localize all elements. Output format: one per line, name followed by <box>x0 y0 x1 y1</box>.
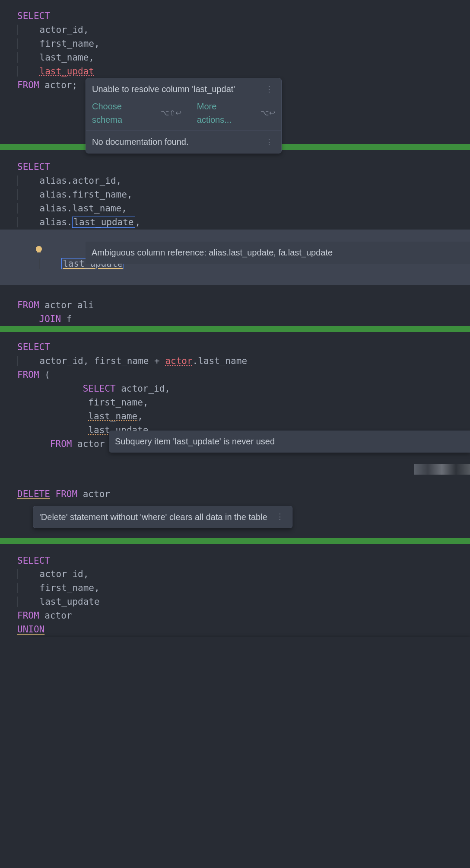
error-tooltip: Unable to resolve column 'last_updat' ⋮ … <box>86 78 282 153</box>
separator <box>0 538 470 544</box>
code-text: actor_id, <box>116 383 170 394</box>
code-text: alias.first_name, <box>18 189 133 200</box>
keyword: FROM <box>17 80 39 90</box>
warning-tooltip: 'Delete' statement without 'where' clear… <box>33 506 292 528</box>
more-icon[interactable]: ⋮ <box>263 136 275 148</box>
lightbulb-icon[interactable] <box>1 231 11 242</box>
code-block-3: SELECT actor_id, first_name + actor.last… <box>0 332 470 464</box>
code-editor[interactable]: SELECT actor_id, first_name, last_name, … <box>0 0 470 637</box>
cursor-icon: _ <box>110 489 116 499</box>
error-token[interactable]: actor <box>165 356 192 366</box>
keyword: SELECT <box>17 162 50 172</box>
code-text: alias.last_name, <box>18 203 127 214</box>
keyword: SELECT <box>17 342 50 352</box>
warning-keyword[interactable]: DELETE <box>17 489 50 499</box>
action-more[interactable]: More actions... <box>197 100 246 126</box>
more-icon[interactable]: ⋮ <box>263 83 275 95</box>
code-text: actor <box>39 610 72 621</box>
keyword: FROM <box>17 300 39 310</box>
warning-keyword[interactable]: UNION <box>17 624 44 635</box>
code-text: first_name, <box>17 397 148 408</box>
code-text: last_update <box>18 597 100 607</box>
code-text: ( <box>39 370 50 380</box>
shortcut: ⌥↩ <box>260 108 275 119</box>
keyword: FROM <box>17 610 39 621</box>
tooltip-nodoc: No documentation found. <box>92 135 255 148</box>
code-text: actor_id, <box>18 25 89 35</box>
keyword: SELECT <box>50 383 116 394</box>
code-text: actor_id, first_name + <box>18 356 165 366</box>
tooltip-message: 'Delete' statement without 'where' clear… <box>39 511 267 523</box>
more-icon[interactable]: ⋮ <box>273 511 286 523</box>
tooltip-message: Ambiguous column reference: alias.last_u… <box>92 248 333 257</box>
code-block-5: SELECT actor_id, first_name, last_update… <box>0 544 470 637</box>
keyword: SELECT <box>17 555 50 566</box>
code-text: actor; <box>39 80 78 90</box>
code-block-1: SELECT actor_id, first_name, last_name, … <box>0 0 470 144</box>
code-text: actor <box>77 489 110 499</box>
code-block-4: DELETE FROM actor_ 'Delete' statement wi… <box>0 475 470 538</box>
code-text: first_name, <box>18 38 100 49</box>
keyword: FROM <box>50 439 72 449</box>
tooltip-message: Unable to resolve column 'last_updat' <box>92 83 255 96</box>
error-tooltip: Ambiguous column reference: alias.last_u… <box>86 242 470 263</box>
error-token[interactable]: last_updat <box>40 66 94 77</box>
keyword: FROM <box>17 370 39 380</box>
action-choose-schema[interactable]: Choose schema <box>92 100 146 126</box>
shortcut: ⌥⇧↩ <box>161 108 181 119</box>
keyword: JOIN <box>39 314 61 324</box>
code-text: actor_id, <box>18 569 89 579</box>
code-text: last_name, <box>18 52 94 63</box>
keyword: SELECT <box>17 11 50 21</box>
code-text: .last_name <box>193 356 247 366</box>
warning-token[interactable]: last_name <box>88 411 137 421</box>
code-text: actor ali <box>39 300 94 310</box>
separator <box>0 326 470 332</box>
keyword: FROM <box>50 489 77 499</box>
code-text: first_name, <box>18 583 100 593</box>
tooltip-message: Subquery item 'last_update' is never use… <box>115 437 275 446</box>
noise-artifact <box>414 464 470 475</box>
code-block-2: SELECT alias.actor_id, alias.first_name,… <box>0 150 470 326</box>
warning-tooltip: Subquery item 'last_update' is never use… <box>109 431 470 452</box>
code-text: alias. <box>18 217 72 227</box>
code-text: alias.actor_id, <box>18 176 121 186</box>
code-text: actor <box>72 439 105 449</box>
selected-token[interactable]: last_update <box>72 217 135 228</box>
